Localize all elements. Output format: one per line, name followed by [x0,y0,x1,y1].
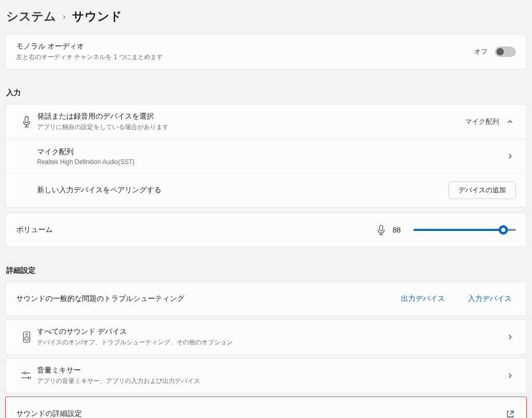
all-sound-devices-card[interactable]: すべてのサウンド デバイス デバイスのオン/オフ、トラブルシューティング、その他… [5,319,527,355]
add-device-button[interactable]: デバイスの追加 [448,181,516,199]
pair-new-device-label: 新しい入力デバイスをペアリングする [37,185,448,195]
volume-value: 88 [393,226,406,234]
mono-audio-title: モノラル オーディオ [16,42,474,51]
troubleshoot-output-link[interactable]: 出力デバイス [397,292,449,306]
input-device-sub: Realtek High Definition Audio(SST) [37,158,506,166]
slider-fill [413,229,503,231]
svg-rect-0 [25,117,28,123]
input-device-card: 発話または録音用のデバイスを選択 アプリに独自の設定をしている場合があります マ… [5,104,527,207]
sound-advanced-title: サウンドの詳細設定 [16,409,506,418]
troubleshoot-label: サウンドの一般的な問題のトラブルシューティング [16,294,397,304]
input-select-title: 発話または録音用のデバイスを選択 [37,112,465,121]
troubleshoot-input-link[interactable]: 入力デバイス [464,292,516,306]
microphone-icon [16,116,37,127]
input-device-name: マイク配列 [37,147,506,157]
speaker-icon [16,331,37,343]
svg-point-10 [24,372,26,374]
section-input: 入力 [6,88,526,98]
troubleshoot-card: サウンドの一般的な問題のトラブルシューティング 出力デバイス 入力デバイス [5,282,527,316]
input-current-device: マイク配列 [465,117,499,126]
sound-advanced-settings-card[interactable]: サウンドの詳細設定 [5,397,527,418]
breadcrumb-current: サウンド [72,10,122,22]
mono-audio-card[interactable]: モノラル オーディオ 左と右のオーディオ チャンネルを 1 つにまとめます オフ [5,34,527,69]
slider-thumb[interactable] [499,225,508,235]
chevron-up-icon [506,118,516,125]
chevron-right-icon [506,372,516,379]
pair-new-device-row: 新しい入力デバイスをペアリングする デバイスの追加 [6,173,526,207]
breadcrumb-parent[interactable]: システム [6,10,56,22]
input-device-select-row[interactable]: 発話または録音用のデバイスを選択 アプリに独自の設定をしている場合があります マ… [6,104,526,139]
volume-label: ボリューム [16,225,377,235]
external-link-icon [506,410,516,418]
volume-slider[interactable] [413,225,516,235]
volume-mixer-card[interactable]: 音量ミキサー アプリの音量ミキサー、アプリの入力および出力デバイス [5,358,527,393]
chevron-right-icon [506,153,516,160]
breadcrumb: システム › サウンド [5,3,527,34]
svg-point-8 [25,337,29,341]
svg-rect-3 [380,225,383,231]
mono-audio-sub: 左と右のオーディオ チャンネルを 1 つにまとめます [16,53,474,62]
microphone-icon[interactable] [377,225,385,235]
mixer-icon [16,371,37,380]
section-advanced: 詳細設定 [6,266,526,275]
all-devices-sub: デバイスのオン/オフ、トラブルシューティング、その他のオプション [37,338,506,347]
chevron-right-icon: › [63,12,66,21]
input-device-item[interactable]: マイク配列 Realtek High Definition Audio(SST) [6,139,526,173]
input-select-sub: アプリに独自の設定をしている場合があります [37,123,465,132]
input-volume-card: ボリューム 88 [5,213,527,247]
mixer-sub: アプリの音量ミキサー、アプリの入力および出力デバイス [37,377,506,386]
toggle-knob [496,48,504,55]
mixer-title: 音量ミキサー [37,366,506,375]
svg-point-7 [26,334,28,335]
mono-audio-toggle[interactable] [495,47,516,57]
mono-audio-state: オフ [474,47,488,56]
chevron-right-icon [506,333,516,341]
all-devices-title: すべてのサウンド デバイス [37,327,506,336]
